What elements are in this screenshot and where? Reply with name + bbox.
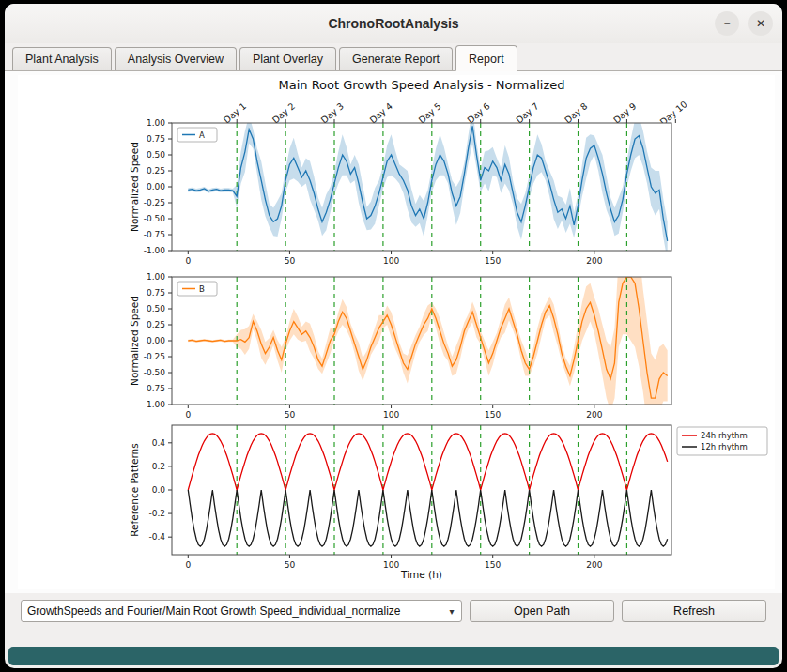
svg-text:-0.25: -0.25 xyxy=(144,352,165,361)
day-label: Day 1 xyxy=(222,100,248,125)
day-label: Day 3 xyxy=(319,100,346,125)
svg-text:B: B xyxy=(199,284,205,294)
svg-text:150: 150 xyxy=(485,256,501,266)
tab-report[interactable]: Report xyxy=(455,45,517,71)
svg-text:-0.2: -0.2 xyxy=(148,509,165,518)
svg-text:-1.00: -1.00 xyxy=(144,246,166,255)
report-path-select[interactable]: GrowthSpeeds and Fourier/Main Root Growt… xyxy=(21,600,462,622)
svg-text:-0.25: -0.25 xyxy=(144,198,165,207)
close-button[interactable]: ✕ xyxy=(748,11,773,36)
svg-text:-0.4: -0.4 xyxy=(148,532,165,542)
svg-text:0: 0 xyxy=(185,256,191,266)
day-label: Day 4 xyxy=(367,100,394,125)
svg-text:-0.50: -0.50 xyxy=(144,214,166,223)
svg-text:200: 200 xyxy=(586,410,602,420)
svg-text:100: 100 xyxy=(383,256,399,266)
tab-bar: Plant AnalysisAnalysis OverviewPlant Ove… xyxy=(5,43,782,71)
svg-text:0.50: 0.50 xyxy=(147,304,165,313)
svg-text:0.25: 0.25 xyxy=(147,320,165,329)
close-icon: ✕ xyxy=(756,17,765,30)
day-label: Day 6 xyxy=(465,100,491,125)
svg-text:200: 200 xyxy=(586,560,602,570)
window-title: ChronoRootAnalysis xyxy=(328,16,458,31)
tab-analysis-overview[interactable]: Analysis Overview xyxy=(115,47,237,70)
svg-text:-0.75: -0.75 xyxy=(144,230,165,239)
svg-text:200: 200 xyxy=(586,256,602,266)
svg-text:0.4: 0.4 xyxy=(152,438,166,448)
svg-text:50: 50 xyxy=(285,256,296,266)
svg-text:0: 0 xyxy=(185,410,191,420)
svg-text:0.75: 0.75 xyxy=(147,288,165,298)
y-axis-label: Normalized Speed xyxy=(129,142,140,232)
title-bar: ChronoRootAnalysis − ✕ xyxy=(5,4,782,44)
open-path-button[interactable]: Open Path xyxy=(470,600,614,622)
report-path-value: GrowthSpeeds and Fourier/Main Root Growt… xyxy=(22,604,442,618)
dropdown-arrow-icon: ▾ xyxy=(442,601,461,621)
y-axis-label: Reference Patterns xyxy=(129,443,140,536)
figure-title: Main Root Growth Speed Analysis - Normal… xyxy=(278,78,564,92)
day-label: Day 8 xyxy=(563,100,589,125)
svg-text:1.00: 1.00 xyxy=(147,272,165,282)
tab-generate-report[interactable]: Generate Report xyxy=(339,47,453,70)
svg-text:-0.75: -0.75 xyxy=(144,384,165,393)
analysis-figure: Main Root Growth Speed Analysis - Normal… xyxy=(18,75,775,589)
svg-text:0.00: 0.00 xyxy=(147,336,165,345)
x-axis-label: Time (h) xyxy=(400,569,442,580)
app-window: ChronoRootAnalysis − ✕ Plant AnalysisAna… xyxy=(5,4,782,668)
tab-plant-overlay[interactable]: Plant Overlay xyxy=(239,47,336,70)
svg-text:0.25: 0.25 xyxy=(147,166,165,176)
svg-text:150: 150 xyxy=(485,410,501,420)
minimize-button[interactable]: − xyxy=(715,11,739,36)
svg-text:0.2: 0.2 xyxy=(152,462,165,471)
svg-text:0.50: 0.50 xyxy=(147,150,165,160)
svg-text:24h rhythm: 24h rhythm xyxy=(701,431,748,440)
svg-text:-1.00: -1.00 xyxy=(144,400,166,409)
day-label: Day 7 xyxy=(514,100,540,125)
bottom-status-strip xyxy=(8,647,779,665)
svg-text:100: 100 xyxy=(383,560,399,570)
svg-text:-0.50: -0.50 xyxy=(144,368,166,377)
svg-text:12h rhythm: 12h rhythm xyxy=(701,442,748,451)
svg-text:50: 50 xyxy=(285,410,296,420)
window-buttons: − ✕ xyxy=(715,11,773,36)
y-axis-label: Normalized Speed xyxy=(129,296,140,386)
svg-text:1.00: 1.00 xyxy=(147,118,165,128)
report-controls: GrowthSpeeds and Fourier/Main Root Growt… xyxy=(5,597,782,625)
tab-plant-analysis[interactable]: Plant Analysis xyxy=(12,47,112,70)
svg-text:50: 50 xyxy=(285,560,296,570)
refresh-button[interactable]: Refresh xyxy=(622,600,766,622)
svg-text:0: 0 xyxy=(185,560,191,570)
day-label: Day 5 xyxy=(416,100,442,125)
svg-text:150: 150 xyxy=(485,560,501,570)
day-label: Day 2 xyxy=(270,100,297,125)
report-content: Main Root Growth Speed Analysis - Normal… xyxy=(5,71,782,593)
svg-text:100: 100 xyxy=(383,410,399,420)
minimize-icon: − xyxy=(723,17,730,30)
day-label: Day 9 xyxy=(611,100,638,125)
svg-text:0.00: 0.00 xyxy=(147,182,165,191)
svg-text:0.0: 0.0 xyxy=(152,485,166,495)
svg-text:0.75: 0.75 xyxy=(147,134,165,144)
svg-text:A: A xyxy=(199,130,205,140)
